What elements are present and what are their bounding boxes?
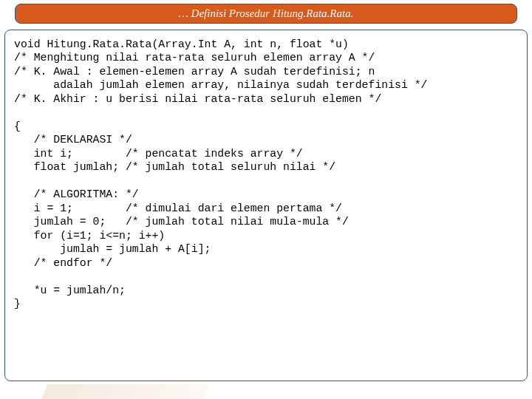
code-line: jumlah = jumlah + A[i]; xyxy=(14,243,211,255)
slide-title: … Definisi Prosedur Hitung.Rata.Rata. xyxy=(179,7,354,19)
code-line: /* K. Awal : elemen-elemen array A sudah… xyxy=(14,66,375,78)
code-line: jumlah = 0; /* jumlah total nilai mula-m… xyxy=(14,216,349,228)
code-line: /* ALGORITMA: */ xyxy=(14,188,139,200)
code-line: *u = jumlah/n; xyxy=(14,284,126,296)
code-line: } xyxy=(14,298,21,310)
code-line: /* K. Akhir : u berisi nilai rata-rata s… xyxy=(14,93,381,105)
code-block: void Hitung.Rata.Rata(Array.Int A, int n… xyxy=(4,30,528,381)
code-line: { xyxy=(14,120,21,132)
code-line: void Hitung.Rata.Rata(Array.Int A, int n… xyxy=(14,38,349,50)
code-line: adalah jumlah elemen array, nilainya sud… xyxy=(14,79,427,91)
code-line: /* Menghitung nilai rata-rata seluruh el… xyxy=(14,52,375,64)
code-line: for (i=1; i<=n; i++) xyxy=(14,230,165,242)
background-decoration xyxy=(41,384,209,399)
slide-title-box: … Definisi Prosedur Hitung.Rata.Rata. xyxy=(15,4,517,24)
code-line: int i; /* pencatat indeks array */ xyxy=(14,148,303,160)
code-line: /* endfor */ xyxy=(14,257,112,269)
code-line: /* DEKLARASI */ xyxy=(14,134,132,146)
code-line: float jumlah; /* jumlah total seluruh ni… xyxy=(14,161,335,173)
code-line: i = 1; /* dimulai dari elemen pertama */ xyxy=(14,202,342,214)
